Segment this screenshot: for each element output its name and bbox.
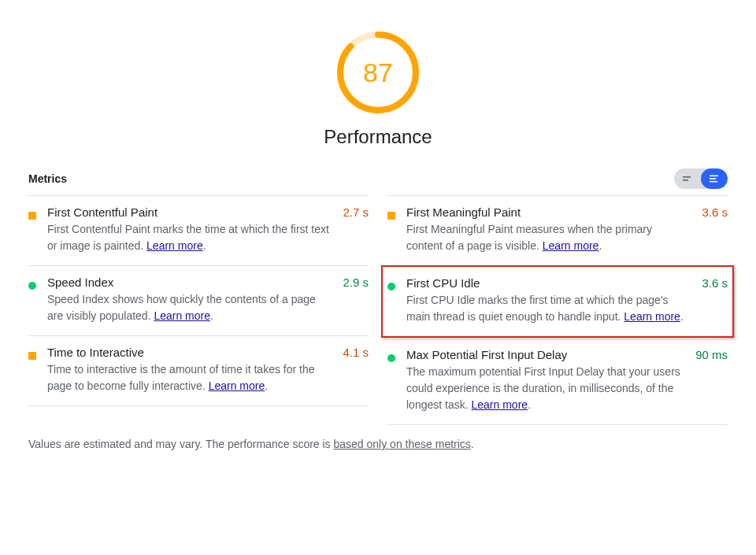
metric-title: Speed Index xyxy=(47,276,330,289)
metric-description: The maximum potential First Input Delay … xyxy=(406,364,683,413)
gauge-score-value: 87 xyxy=(334,28,422,117)
square-icon xyxy=(28,212,36,220)
metric-title: First Meaningful Paint xyxy=(406,205,689,219)
view-density-toggle[interactable] xyxy=(674,168,728,189)
metrics-footnote: Values are estimated and may vary. The p… xyxy=(28,438,728,450)
status-indicator xyxy=(387,348,406,413)
metric-title: Time to Interactive xyxy=(47,346,330,359)
status-indicator xyxy=(387,205,406,254)
expanded-lines-icon xyxy=(708,174,721,183)
learn-more-link[interactable]: Learn more xyxy=(154,309,210,322)
svg-rect-5 xyxy=(710,178,716,179)
metric-value: 3.6 s xyxy=(702,205,728,254)
metric-title: First Contentful Paint xyxy=(47,205,330,219)
learn-more-link[interactable]: Learn more xyxy=(543,239,599,252)
metric-description: First Contentful Paint marks the time at… xyxy=(47,221,330,254)
metric-description-suffix: . xyxy=(528,398,531,411)
metric-description: First Meaningful Paint measures when the… xyxy=(406,221,689,254)
circle-icon xyxy=(387,354,395,362)
metric-first-contentful-paint: First Contentful PaintFirst Contentful P… xyxy=(28,195,369,265)
status-indicator xyxy=(28,205,47,254)
svg-rect-4 xyxy=(710,176,718,177)
metric-first-cpu-idle: First CPU IdleFirst CPU Idle marks the f… xyxy=(381,265,734,338)
score-gauge: 87 xyxy=(334,28,422,117)
learn-more-link[interactable]: Learn more xyxy=(146,239,203,252)
view-compact-option[interactable] xyxy=(674,168,701,189)
metric-description: First CPU Idle marks the first time at w… xyxy=(406,292,689,325)
learn-more-link[interactable]: Learn more xyxy=(209,379,265,392)
metric-description-text: Time to interactive is the amount of tim… xyxy=(47,363,315,392)
metric-first-meaningful-paint: First Meaningful PaintFirst Meaningful P… xyxy=(387,195,728,265)
score-gauge-area: 87 Performance xyxy=(28,0,728,148)
metric-description: Time to interactive is the amount of tim… xyxy=(47,361,330,394)
compact-lines-icon xyxy=(681,174,694,183)
metric-description-suffix: . xyxy=(680,310,684,323)
metric-max-potential-first-input-delay: Max Potential First Input DelayThe maxim… xyxy=(387,338,728,425)
view-expanded-option[interactable] xyxy=(701,168,728,189)
metrics-column-left: First Contentful PaintFirst Contentful P… xyxy=(28,195,369,425)
metric-description-text: The maximum potential First Input Delay … xyxy=(406,365,680,411)
footnote-post: . xyxy=(471,438,474,450)
metric-value: 2.9 s xyxy=(343,276,369,324)
metric-title: Max Potential First Input Delay xyxy=(406,348,683,361)
square-icon xyxy=(28,352,36,360)
metric-body: First Meaningful PaintFirst Meaningful P… xyxy=(406,205,689,254)
metric-time-to-interactive: Time to InteractiveTime to interactive i… xyxy=(28,335,369,406)
metric-body: Max Potential First Input DelayThe maxim… xyxy=(406,348,683,413)
metric-value: 90 ms xyxy=(695,348,728,413)
circle-icon xyxy=(28,282,36,290)
metric-description-text: First Meaningful Paint measures when the… xyxy=(406,223,652,252)
learn-more-link[interactable]: Learn more xyxy=(472,398,528,411)
metric-speed-index: Speed IndexSpeed Index shows how quickly… xyxy=(28,265,369,335)
footnote-pre: Values are estimated and may vary. The p… xyxy=(28,438,334,450)
metric-description-suffix: . xyxy=(265,379,268,392)
learn-more-link[interactable]: Learn more xyxy=(624,310,680,323)
metric-description-suffix: . xyxy=(598,239,602,252)
metric-description-suffix: . xyxy=(210,309,213,322)
metric-value: 3.6 s xyxy=(702,276,728,325)
svg-rect-6 xyxy=(710,181,717,183)
metric-value: 4.1 s xyxy=(343,346,369,394)
metrics-column-right: First Meaningful PaintFirst Meaningful P… xyxy=(387,195,728,425)
metric-body: First Contentful PaintFirst Contentful P… xyxy=(47,205,330,254)
metric-value: 2.7 s xyxy=(343,205,369,254)
metric-body: First CPU IdleFirst CPU Idle marks the f… xyxy=(406,276,689,325)
svg-rect-2 xyxy=(683,176,691,178)
svg-rect-3 xyxy=(683,179,688,181)
square-icon xyxy=(387,212,395,220)
metrics-heading: Metrics xyxy=(28,172,67,185)
status-indicator xyxy=(28,346,47,394)
metric-body: Time to InteractiveTime to interactive i… xyxy=(47,346,330,394)
metric-title: First CPU Idle xyxy=(406,276,689,290)
gauge-title: Performance xyxy=(28,126,728,148)
status-indicator xyxy=(28,276,47,324)
metric-description: Speed Index shows how quickly the conten… xyxy=(47,291,330,324)
circle-icon xyxy=(387,283,395,290)
status-indicator xyxy=(387,276,406,325)
metric-body: Speed IndexSpeed Index shows how quickly… xyxy=(47,276,330,324)
metric-description-suffix: . xyxy=(203,239,206,252)
footnote-link[interactable]: based only on these metrics xyxy=(334,438,471,450)
